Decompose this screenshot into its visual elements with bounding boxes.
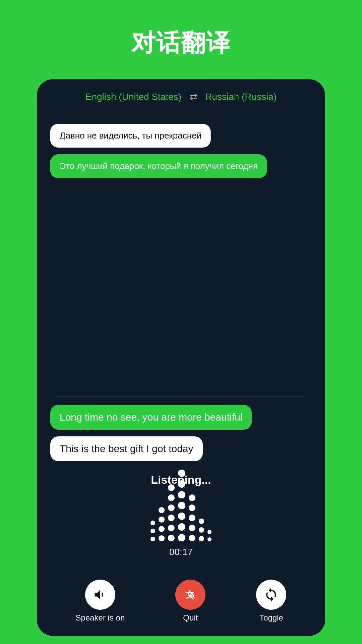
dot — [168, 525, 175, 531]
dot — [159, 535, 165, 541]
wave-col-6 — [199, 519, 204, 541]
dot — [189, 494, 195, 501]
dot — [189, 504, 195, 511]
lower-chat-section: Long time no see, you are more beautiful… — [50, 397, 312, 467]
chat-area: Это лучший подарок, который я получил се… — [37, 110, 325, 574]
translate-icon: 文 A — [183, 587, 198, 602]
dot — [199, 519, 204, 524]
dot — [168, 515, 175, 521]
dot — [159, 517, 165, 523]
dot — [168, 504, 175, 511]
speaker-label: Speaker is on — [76, 613, 125, 623]
dot — [189, 535, 195, 541]
listening-section: Listening... — [50, 467, 312, 568]
dot — [189, 515, 195, 521]
target-language[interactable]: Russian (Russia) — [205, 92, 277, 102]
dot — [178, 470, 185, 477]
upper-chat-section: Это лучший подарок, который я получил се… — [50, 117, 312, 396]
waveform — [150, 494, 212, 541]
quit-button[interactable]: 文 A — [175, 580, 205, 610]
toggle-icon — [264, 587, 279, 602]
dot — [199, 527, 204, 533]
wave-col-7 — [207, 530, 212, 541]
dot — [168, 535, 175, 541]
svg-text:A: A — [190, 592, 195, 599]
page-title: 对话翻译 — [131, 27, 231, 59]
wave-col-4 — [178, 470, 185, 541]
swap-languages-icon[interactable]: ⇄ — [189, 91, 197, 102]
upper-bubble-green: Это лучший подарок, который я получил се… — [50, 154, 267, 178]
toggle-label: Toggle — [259, 613, 283, 623]
lower-bubble-green: Long time no see, you are more beautiful — [50, 405, 252, 430]
wave-col-5 — [189, 494, 195, 541]
wave-col-3 — [168, 484, 175, 541]
speaker-control: Speaker is on — [76, 580, 125, 623]
dot — [199, 536, 204, 541]
speaker-icon — [93, 587, 108, 602]
dot — [168, 484, 175, 491]
language-header: English (United States) ⇄ Russian (Russi… — [37, 79, 325, 110]
dot — [178, 534, 185, 541]
phone-card: English (United States) ⇄ Russian (Russi… — [37, 79, 325, 636]
upper-bubble-white: Давно не виделись, ты прекрасней — [50, 124, 211, 148]
dot — [150, 529, 155, 533]
toggle-control: Toggle — [256, 580, 286, 623]
dot — [178, 513, 185, 520]
quit-label: Quit — [183, 613, 198, 623]
dot — [178, 480, 185, 488]
toggle-button[interactable] — [256, 580, 286, 610]
bottom-controls: Speaker is on 文 A Quit Toggle — [37, 574, 325, 636]
recording-timer: 00:17 — [169, 547, 193, 557]
dot — [207, 537, 212, 541]
dot — [178, 491, 185, 498]
dot — [159, 526, 165, 532]
dot — [178, 523, 185, 531]
dot — [150, 521, 155, 525]
dot — [159, 507, 165, 513]
source-language[interactable]: English (United States) — [85, 92, 181, 102]
speaker-button[interactable] — [85, 580, 115, 610]
dot — [207, 530, 212, 534]
lower-bubble-white: This is the best gift I got today — [50, 436, 203, 461]
dot — [168, 494, 175, 501]
dot — [189, 525, 195, 531]
quit-control: 文 A Quit — [175, 580, 205, 623]
wave-col-1 — [150, 521, 155, 541]
dot — [150, 537, 155, 541]
dot — [178, 502, 185, 509]
wave-col-2 — [159, 507, 165, 541]
